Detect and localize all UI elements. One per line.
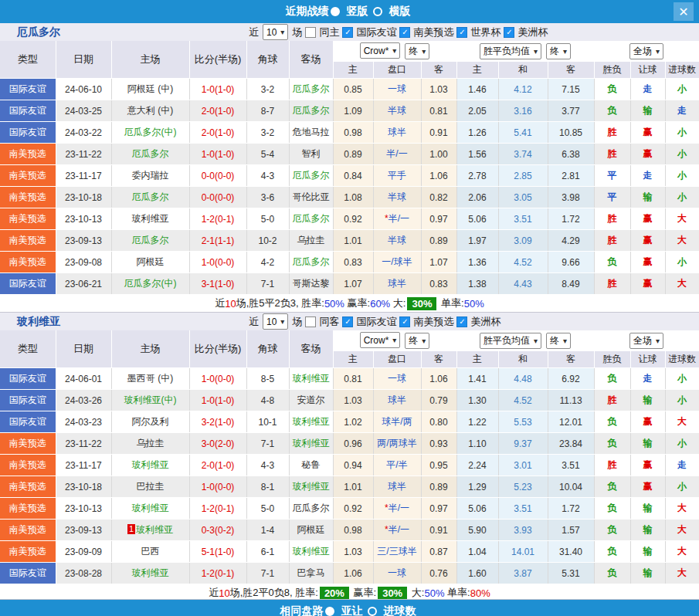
away-team-cell: 危地马拉: [289, 122, 333, 144]
chevron-down-icon: ▾: [392, 46, 396, 55]
date-cell: 23-09-13: [56, 520, 111, 541]
same-venue-label[interactable]: 同客: [319, 315, 339, 329]
league-checkbox-label[interactable]: 世界杯: [470, 25, 500, 39]
filter-bar: 近10▾场同主✓国际友谊✓南美预选✓世界杯✓美洲杯: [247, 24, 549, 40]
home-team-cell: 厄瓜多尔: [111, 187, 189, 208]
match-count-select[interactable]: 10▾: [263, 313, 288, 330]
crow-select[interactable]: Crow*▾: [360, 332, 401, 348]
bottom-bar: 相同盘路 亚让 进球数: [0, 599, 699, 616]
full-match-select[interactable]: 全场▾: [629, 43, 663, 59]
avg-lose-odds: 5.31: [548, 563, 594, 584]
full-match-select[interactable]: 全场▾: [629, 333, 663, 349]
avg-win-odds: 2.05: [456, 100, 498, 122]
vertical-radio-label[interactable]: 竖版: [347, 5, 368, 19]
final-odds-select-1[interactable]: 终▾: [405, 333, 429, 349]
final-odds-select-2[interactable]: 终▾: [546, 43, 571, 59]
avg-draw-odds: 3.51: [498, 208, 548, 230]
asian-handicap-radio[interactable]: [325, 607, 334, 616]
horizontal-radio-label[interactable]: 横版: [389, 5, 411, 19]
avg-win-odds: 5.90: [456, 520, 498, 541]
goals-result: 大: [665, 520, 699, 541]
league-checkbox-2[interactable]: ✓: [399, 316, 410, 327]
asian-handicap-label[interactable]: 亚让: [341, 604, 363, 616]
avg-draw-odds: 3.51: [498, 498, 548, 520]
chevron-down-icon: ▾: [280, 28, 284, 36]
wdl-result: 胜: [594, 455, 630, 476]
crow-select[interactable]: Crow*▾: [360, 42, 401, 59]
crow-away-odds: 0.95: [421, 455, 456, 476]
score-cell: 2-0(1-0): [189, 122, 246, 144]
corners-cell: 10-1: [246, 411, 289, 433]
goals-result: 小: [665, 79, 699, 100]
crow-home-odds: 1.01: [333, 230, 373, 252]
league-checkbox-3[interactable]: ✓: [456, 316, 467, 327]
summary-line: 近10场,胜5平2负3, 胜率:50% 赢率:60% 大:30% 单率:50%: [0, 295, 699, 313]
league-cell: 南美预选: [0, 165, 56, 187]
matches-table: 类型日期主场比分(半场)角球客场Crow*▾终▾胜平负均值▾终▾全场▾主盘口客主…: [0, 330, 699, 584]
crow-away-odds: 0.76: [421, 563, 456, 584]
match-row: 南美预选23-11-22厄瓜多尔1-0(1-0)5-4智利0.89半/一1.00…: [0, 144, 699, 165]
wdl-average-select[interactable]: 胜平负均值▾: [480, 43, 541, 59]
league-checkbox-label[interactable]: 国际友谊: [356, 315, 396, 329]
match-count-select[interactable]: 10▾: [263, 24, 288, 40]
goals-result: 小: [665, 476, 699, 498]
league-checkbox-2[interactable]: ✓: [399, 27, 410, 38]
handicap-cell: 半球: [373, 187, 421, 208]
away-team-cell: 厄瓜多尔: [289, 208, 333, 230]
handicap-result: 赢: [630, 455, 665, 476]
league-checkbox-1[interactable]: ✓: [342, 316, 353, 327]
handicap-result: 赢: [630, 476, 665, 498]
score-cell: 3-2(1-0): [189, 411, 246, 433]
corners-cell: 5-0: [246, 498, 289, 520]
same-venue-checkbox[interactable]: [305, 316, 316, 327]
wdl-result: 胜: [594, 122, 630, 144]
col-avg-away: 客: [548, 62, 594, 79]
avg-lose-odds: 1.72: [548, 208, 594, 230]
avg-win-odds: 1.41: [456, 368, 498, 390]
final-odds-select-2[interactable]: 终▾: [546, 333, 571, 349]
horizontal-radio[interactable]: [373, 7, 382, 16]
avg-win-odds: 5.06: [456, 208, 498, 230]
corners-cell: 3-6: [246, 187, 289, 208]
same-venue-checkbox[interactable]: [305, 27, 316, 38]
league-checkbox-label[interactable]: 国际友谊: [356, 25, 396, 39]
avg-lose-odds: 11.13: [548, 390, 594, 411]
wdl-result: 胜: [594, 144, 630, 165]
away-team-cell: 玻利维亚: [289, 476, 333, 498]
goals-result: 小: [665, 390, 699, 411]
league-checkbox-1[interactable]: ✓: [342, 27, 353, 38]
crow-away-odds: 0.79: [421, 390, 456, 411]
final-odds-select-1[interactable]: 终▾: [405, 43, 429, 59]
date-cell: 23-09-08: [56, 252, 111, 273]
col-wdl: 胜负: [594, 62, 630, 79]
league-checkbox-3[interactable]: ✓: [456, 27, 467, 38]
league-checkbox-label[interactable]: 美洲杯: [517, 25, 548, 39]
avg-dropdown-group: 胜平负均值▾终▾: [456, 41, 594, 62]
col-away: 客场: [289, 330, 333, 368]
close-button[interactable]: ✕: [674, 2, 694, 21]
goals-result: 大: [665, 208, 699, 230]
score-cell: 1-0(1-0): [189, 144, 246, 165]
goals-count-radio[interactable]: [368, 607, 377, 616]
col-goals: 进球数: [665, 351, 699, 368]
chevron-down-icon: ▾: [656, 337, 660, 345]
league-checkbox-label[interactable]: 南美预选: [413, 315, 453, 329]
col-date: 日期: [56, 41, 111, 79]
wdl-average-select[interactable]: 胜平负均值▾: [480, 333, 541, 349]
crow-home-odds: 1.07: [333, 273, 373, 295]
avg-win-odds: 1.56: [456, 144, 498, 165]
league-checkbox-4[interactable]: ✓: [504, 27, 514, 38]
goals-count-label[interactable]: 进球数: [384, 604, 416, 616]
same-venue-label[interactable]: 同主: [319, 25, 339, 39]
date-cell: 23-10-18: [56, 476, 111, 498]
goals-result: 大: [665, 273, 699, 295]
goals-result: 大: [665, 498, 699, 520]
league-checkbox-label[interactable]: 美洲杯: [470, 315, 500, 329]
league-checkbox-label[interactable]: 南美预选: [413, 25, 453, 39]
vertical-radio[interactable]: [331, 7, 340, 16]
handicap-result: 赢: [630, 122, 665, 144]
league-cell: 南美预选: [0, 187, 56, 208]
crow-home-odds: 0.92: [333, 498, 373, 520]
wdl-result: 负: [594, 541, 630, 563]
league-cell: 南美预选: [0, 476, 56, 498]
